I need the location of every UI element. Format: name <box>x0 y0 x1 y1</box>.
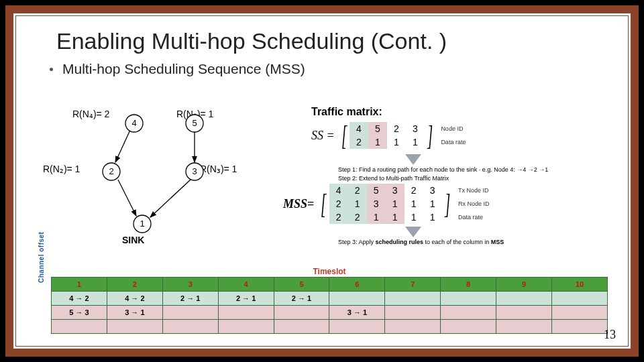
timeslot-header: 7 <box>385 278 441 292</box>
ss-cell: 2 <box>387 122 406 135</box>
node-2: 2 <box>109 166 113 176</box>
timeslot-cell <box>329 292 385 306</box>
mss-side-labels: Tx Node ID Rx Node ID Data rate <box>458 184 490 224</box>
mss-cell: 2 <box>405 184 423 197</box>
mss-cell: 3 <box>367 197 386 210</box>
ss-cell: 5 <box>368 122 387 135</box>
node-3: 3 <box>192 166 197 176</box>
mss-cell: 1 <box>367 210 386 224</box>
timeslot-cell <box>218 306 274 320</box>
node-5: 5 <box>192 118 197 128</box>
ss-matrix: 4 5 2 3 2 1 1 1 <box>350 122 425 149</box>
side-label: Tx Node ID <box>458 184 490 197</box>
timeslot-cell <box>441 306 496 320</box>
side-label: Data rate <box>458 210 490 224</box>
mss-cell: 1 <box>348 197 367 210</box>
timeslot-cell <box>162 320 218 334</box>
timeslot-cell <box>218 320 274 334</box>
table-row <box>52 320 608 334</box>
ss-equation: SS = [ 4 5 2 3 2 1 1 1 <box>311 119 600 152</box>
slide-inner-border: Enabling Multi-hop Scheduling (Cont. ) M… <box>15 15 629 347</box>
ss-cell: 2 <box>350 135 368 149</box>
timeslot-cell <box>274 306 329 320</box>
mss-cell: 2 <box>329 197 348 210</box>
svg-line-0 <box>115 130 130 162</box>
timeslot-cell <box>385 306 441 320</box>
timeslot-cell <box>441 320 496 334</box>
timeslot-cell: 2 → 1 <box>162 292 218 306</box>
timeslot-title: Timeslot <box>51 267 608 276</box>
step1-text: Step 1: Find a routing path for each nod… <box>338 166 580 174</box>
traffic-matrix-block: Traffic matrix: SS = [ 4 5 2 3 2 1 <box>311 106 600 247</box>
mss-cell: 2 <box>348 210 367 224</box>
slide-title: Enabling Multi-hop Scheduling (Cont. ) <box>56 28 628 54</box>
timeslot-cell <box>496 292 552 306</box>
bracket-icon: ] <box>445 188 450 220</box>
ss-var: SS = <box>311 129 335 143</box>
mss-cell: 1 <box>423 210 442 224</box>
side-label: Data rate <box>441 135 466 149</box>
timeslot-header: 6 <box>329 278 385 292</box>
timeslot-cell: 2 → 1 <box>218 292 274 306</box>
node-1: 1 <box>140 219 144 229</box>
mss-cell: 1 <box>386 197 405 210</box>
timeslot-header-row: 12345678910 <box>52 278 608 292</box>
side-label: Rx Node ID <box>458 197 490 210</box>
ss-side-labels: Node ID Data rate <box>441 122 466 149</box>
routing-graph: R(N₄)= 2 R(N₅)= 1 R(N₂)= 1 R(N₃)= 1 SINK <box>72 110 287 251</box>
timeslot-table: 12345678910 4 → 24 → 22 → 12 → 12 → 1 5 … <box>51 277 608 334</box>
timeslot-header: 9 <box>496 278 552 292</box>
step2-text: Step 2: Extend to Multi-path Traffic Mat… <box>338 175 580 182</box>
mss-cell: 3 <box>386 184 405 197</box>
timeslot-cell <box>552 320 608 334</box>
mss-cell: 4 <box>329 184 348 197</box>
timeslot-cell <box>52 320 107 334</box>
timeslot-cell <box>552 306 608 320</box>
ss-cell: 3 <box>406 122 425 135</box>
mss-cell: 1 <box>423 197 442 210</box>
arrow-down-icon <box>405 227 421 237</box>
timeslot-cell <box>329 320 385 334</box>
mss-cell: 2 <box>348 184 367 197</box>
arrow-down-icon <box>405 154 421 165</box>
timeslot-header: 2 <box>107 278 162 292</box>
timeslot-header: 3 <box>162 278 218 292</box>
side-label: Node ID <box>441 122 466 135</box>
timeslot-header: 4 <box>218 278 274 292</box>
mss-cell: 3 <box>423 184 442 197</box>
timeslot-cell: 4 → 2 <box>107 292 162 306</box>
timeslot-header: 8 <box>441 278 496 292</box>
bracket-icon: [ <box>321 188 326 220</box>
timeslot-cell <box>274 320 329 334</box>
ss-cell: 1 <box>406 135 425 149</box>
timeslot-header: 1 <box>52 278 107 292</box>
ss-cell: 1 <box>368 135 387 149</box>
node-4: 4 <box>131 118 136 128</box>
mss-equation: MSS= [ 425323213111221111 ] Tx Node ID R… <box>283 184 600 224</box>
timeslot-cell <box>385 292 441 306</box>
timeslot-cell <box>385 320 441 334</box>
svg-line-2 <box>118 180 136 216</box>
mss-var: MSS= <box>283 197 314 211</box>
mss-cell: 2 <box>329 210 348 224</box>
timeslot-cell <box>496 320 552 334</box>
timeslot-cell <box>162 306 218 320</box>
mss-cell: 1 <box>386 210 405 224</box>
bullet-icon <box>50 68 53 71</box>
timeslot-cell: 3 → 1 <box>107 306 162 320</box>
bracket-icon: ] <box>427 119 433 152</box>
table-row: 5 → 33 → 13 → 1 <box>52 306 608 320</box>
timeslot-cell: 3 → 1 <box>329 306 385 320</box>
bracket-icon: [ <box>341 119 347 152</box>
timeslot-cell: 2 → 1 <box>274 292 329 306</box>
traffic-matrix-title: Traffic matrix: <box>311 106 600 118</box>
table-row: 4 → 24 → 22 → 12 → 12 → 1 <box>52 292 608 306</box>
step3-text: Step 3: Apply scheduling rules to each o… <box>338 239 580 246</box>
slide: Enabling Multi-hop Scheduling (Cont. ) M… <box>5 5 639 357</box>
mss-cell: 1 <box>405 197 423 210</box>
bullet-text: Multi-hop Scheduling Sequence (MSS) <box>62 61 305 77</box>
bullet-item: Multi-hop Scheduling Sequence (MSS) <box>50 61 628 77</box>
timeslot-cell <box>552 292 608 306</box>
svg-line-3 <box>150 180 191 217</box>
ss-cell: 4 <box>350 122 368 135</box>
